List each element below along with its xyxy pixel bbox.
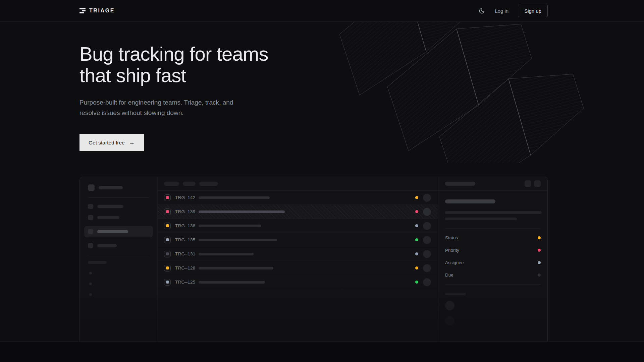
avatar — [423, 222, 431, 230]
sidebar-divider — [88, 255, 149, 255]
issue-type-dot — [166, 224, 169, 227]
app-mockup: TRG–142 TRG–139 TRG–138 TRG–135 — [79, 177, 548, 341]
brand-name: TRIAGE — [89, 8, 115, 14]
login-link[interactable]: Log in — [495, 8, 508, 14]
theme-toggle-button[interactable] — [478, 7, 485, 14]
sidebar-list-dot — [89, 293, 92, 296]
moon-icon — [479, 8, 485, 14]
page-title: Bug tracking for teams that ship fast — [79, 43, 644, 86]
sidebar-item-icon — [88, 243, 93, 248]
detail-field-row: Assignee — [445, 256, 541, 269]
issue-row: TRG–125 — [158, 275, 438, 289]
detail-field-label: Priority — [445, 248, 459, 253]
issue-row: TRG–128 — [158, 261, 438, 275]
issue-type-icon — [164, 251, 171, 257]
issue-id: TRG–135 — [175, 237, 197, 242]
issue-title-skeleton — [199, 225, 261, 227]
issue-type-dot — [166, 238, 169, 241]
issue-title-skeleton — [199, 281, 265, 284]
issue-type-dot — [166, 281, 169, 284]
arrow-right-icon: → — [129, 140, 135, 145]
detail-panel-header — [438, 177, 547, 191]
avatar — [445, 316, 454, 325]
detail-field-label: Due — [445, 273, 453, 278]
sidebar-item — [88, 215, 149, 220]
sidebar-item-icon — [88, 215, 93, 220]
get-started-button[interactable]: Get started free → — [79, 134, 144, 151]
sidebar-list-dot — [89, 272, 92, 275]
detail-field-row: Priority — [445, 244, 541, 256]
detail-section-label-skeleton — [445, 293, 466, 295]
detail-field-row: Status — [445, 232, 541, 244]
sidebar-item-icon — [88, 229, 93, 234]
mockup-issue-column: TRG–142 TRG–139 TRG–138 TRG–135 — [158, 177, 438, 341]
detail-field-dot — [538, 249, 541, 252]
issue-row: TRG–135 — [158, 233, 438, 247]
issue-row: TRG–138 — [158, 219, 438, 233]
issue-id: TRG–131 — [175, 251, 197, 256]
issue-id: TRG–139 — [175, 209, 197, 214]
detail-action-button — [534, 180, 541, 187]
issue-status-dot — [415, 224, 418, 227]
issue-row: TRG–131 — [158, 247, 438, 261]
issue-title-skeleton — [199, 239, 277, 241]
sidebar-item — [88, 204, 149, 209]
issue-id: TRG–125 — [175, 280, 197, 285]
detail-header-skeleton — [445, 182, 475, 186]
detail-text-skeleton — [445, 218, 517, 220]
hero-section: Bug tracking for teams that ship fast Pu… — [0, 22, 644, 151]
detail-field-dot — [538, 261, 541, 264]
sidebar-section-label-skeleton — [88, 261, 107, 264]
detail-field-dot — [538, 236, 541, 239]
issue-status-dot — [415, 281, 418, 284]
detail-fields: Status Priority Assignee Due — [445, 232, 541, 281]
issue-type-icon — [164, 194, 171, 201]
sidebar-list-dot — [89, 283, 92, 285]
issue-title-skeleton — [199, 210, 285, 213]
issue-row: TRG–142 — [158, 191, 438, 205]
page-title-line-2: that ship fast — [79, 65, 644, 86]
sidebar-item-skeleton — [97, 216, 119, 219]
hero-subtitle: Purpose-built for engineering teams. Tri… — [79, 97, 240, 118]
sidebar-item-skeleton — [97, 230, 128, 233]
issue-type-icon — [164, 223, 171, 229]
filter-pill-skeleton — [199, 182, 218, 186]
get-started-label: Get started free — [89, 140, 125, 146]
issue-status-dot — [415, 210, 418, 213]
filter-pill-skeleton — [183, 182, 196, 186]
detail-field-label: Assignee — [445, 260, 464, 265]
issue-status-dot — [415, 196, 418, 199]
sidebar-item — [88, 243, 149, 248]
triage-logo-icon — [79, 8, 86, 13]
issue-id: TRG–138 — [175, 223, 197, 228]
detail-divider — [445, 228, 541, 229]
issue-type-dot — [166, 196, 169, 199]
detail-field-dot — [538, 274, 541, 277]
top-nav: TRIAGE Log in Sign up — [0, 0, 644, 22]
detail-field-label: Status — [445, 235, 458, 240]
sidebar-item-skeleton — [97, 244, 117, 247]
signup-button[interactable]: Sign up — [518, 5, 548, 17]
sidebar-item-active — [84, 226, 153, 237]
brand-logo[interactable]: TRIAGE — [79, 8, 115, 14]
issue-type-icon — [164, 265, 171, 272]
detail-text-skeleton — [445, 211, 542, 214]
issue-id: TRG–142 — [175, 195, 197, 200]
workspace-icon — [88, 184, 95, 191]
filter-pill-skeleton — [164, 182, 179, 186]
issue-id: TRG–128 — [175, 265, 197, 270]
avatar — [423, 250, 431, 258]
issue-list: TRG–142 TRG–139 TRG–138 TRG–135 — [158, 191, 438, 289]
sidebar-divider — [88, 197, 149, 198]
issue-title-skeleton — [199, 267, 273, 269]
page-title-line-1: Bug tracking for teams — [79, 43, 644, 65]
issue-title-skeleton — [199, 196, 270, 199]
issue-status-dot — [415, 266, 418, 269]
avatar — [423, 264, 431, 272]
detail-panel-body: Status Priority Assignee Due — [438, 191, 547, 325]
issue-status-dot — [415, 238, 418, 241]
detail-divider — [445, 284, 541, 285]
detail-field-row: Due — [445, 269, 541, 281]
workspace-name-skeleton — [99, 186, 123, 189]
mockup-detail-panel: Status Priority Assignee Due — [438, 177, 547, 341]
